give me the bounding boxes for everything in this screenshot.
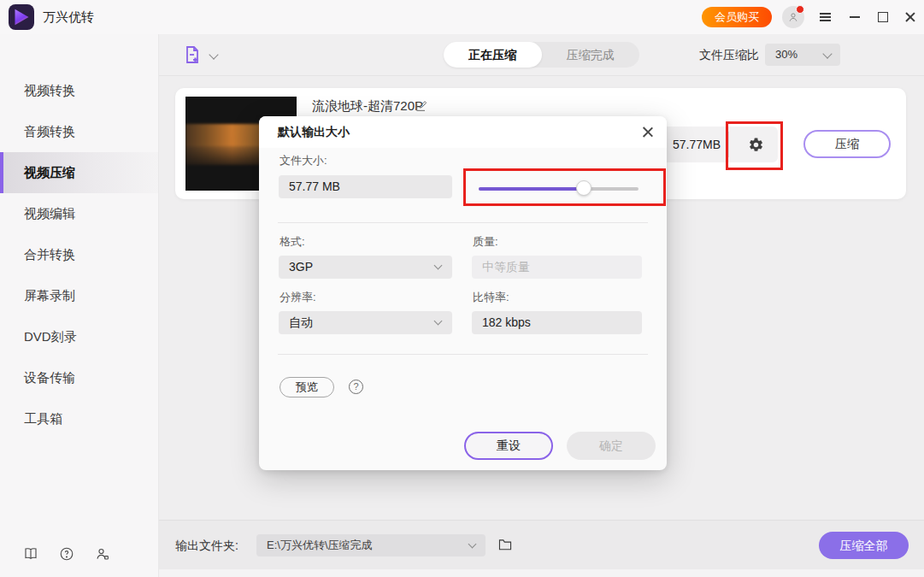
bitrate-label: 比特率: xyxy=(473,290,509,305)
question-help-icon[interactable] xyxy=(349,380,363,394)
output-size-value: 57.77MB xyxy=(673,127,721,162)
dialog-close-icon[interactable] xyxy=(642,127,653,138)
title-bar: 万兴优转 会员购买 xyxy=(0,0,924,35)
format-select[interactable]: 3GP xyxy=(279,256,452,279)
sidebar: 视频转换 音频转换 视频压缩 视频编辑 合并转换 屏幕录制 DVD刻录 设备传输… xyxy=(0,34,159,577)
divider xyxy=(278,222,648,223)
compress-tabs: 正在压缩 压缩完成 xyxy=(444,42,639,68)
sidebar-item-screen-record[interactable]: 屏幕录制 xyxy=(0,275,158,316)
sidebar-footer xyxy=(0,534,158,577)
dialog-header: 默认输出大小 xyxy=(259,116,667,148)
maximize-icon[interactable] xyxy=(870,0,896,34)
resolution-select[interactable]: 自动 xyxy=(279,311,452,334)
resolution-label: 分辨率: xyxy=(280,290,316,305)
sidebar-item-audio-convert[interactable]: 音频转换 xyxy=(0,111,158,152)
quality-label: 质量: xyxy=(473,234,498,250)
chevron-down-icon xyxy=(468,540,477,549)
sidebar-item-video-edit[interactable]: 视频编辑 xyxy=(0,193,158,234)
compress-ratio-label: 文件压缩比 xyxy=(699,34,759,75)
output-folder-label: 输出文件夹: xyxy=(175,521,238,570)
divider xyxy=(278,354,648,355)
add-file-chevron-icon[interactable] xyxy=(209,50,218,59)
add-file-icon[interactable] xyxy=(182,44,203,65)
help-icon[interactable] xyxy=(59,546,74,565)
open-folder-icon[interactable] xyxy=(497,538,513,555)
community-icon[interactable] xyxy=(95,546,110,565)
size-slider-fill xyxy=(479,187,584,191)
slider-annotation-box xyxy=(463,168,666,206)
app-title: 万兴优转 xyxy=(43,0,94,34)
sidebar-item-video-compress[interactable]: 视频压缩 xyxy=(0,152,158,193)
bitrate-field[interactable]: 182 kbps xyxy=(472,311,642,334)
minimize-icon[interactable] xyxy=(842,0,868,34)
sidebar-item-dvd-burn[interactable]: DVD刻录 xyxy=(0,316,158,357)
gear-annotation-box xyxy=(726,121,783,170)
quality-field: 中等质量 xyxy=(472,256,642,279)
app-window: 万兴优转 会员购买 视频转换 音频转换 视频压缩 视频编辑 合并转换 屏幕录制 … xyxy=(0,0,924,577)
compress-all-button[interactable]: 压缩全部 xyxy=(819,532,909,559)
file-size-value: 57.77 MB xyxy=(279,175,452,198)
format-label: 格式: xyxy=(280,234,305,250)
notification-dot-icon xyxy=(796,5,804,14)
footer-strip xyxy=(159,569,924,577)
chevron-down-icon xyxy=(434,262,443,270)
size-slider-thumb[interactable] xyxy=(576,180,591,196)
size-slider[interactable] xyxy=(479,187,639,191)
guide-book-icon[interactable] xyxy=(23,546,38,565)
chevron-down-icon xyxy=(822,49,832,58)
chevron-down-icon xyxy=(434,317,443,326)
reset-button[interactable]: 重设 xyxy=(464,432,553,460)
menu-icon[interactable] xyxy=(812,0,838,34)
compress-button[interactable]: 压缩 xyxy=(803,130,891,158)
footer-bar: 输出文件夹: E:\万兴优转\压缩完成 压缩全部 xyxy=(159,520,924,570)
sidebar-item-video-convert[interactable]: 视频转换 xyxy=(0,70,158,111)
sidebar-item-merge-convert[interactable]: 合并转换 xyxy=(0,234,158,275)
app-logo-icon xyxy=(9,4,34,30)
compress-ratio-select[interactable]: 30% xyxy=(765,44,840,66)
tab-compressing[interactable]: 正在压缩 xyxy=(444,42,542,68)
output-folder-select[interactable]: E:\万兴优转\压缩完成 xyxy=(256,534,486,556)
file-size-label: 文件大小: xyxy=(280,153,327,168)
close-window-icon[interactable] xyxy=(898,0,923,34)
preview-button[interactable]: 预览 xyxy=(280,377,334,397)
content-toolbar: 正在压缩 压缩完成 文件压缩比 30% xyxy=(159,34,924,76)
tab-compressed[interactable]: 压缩完成 xyxy=(542,42,640,68)
file-title: 流浪地球-超清720P xyxy=(312,98,423,115)
confirm-button-disabled: 确定 xyxy=(567,432,656,460)
rename-edit-icon[interactable] xyxy=(415,99,428,116)
sidebar-item-toolbox[interactable]: 工具箱 xyxy=(0,398,158,439)
dialog-title: 默认输出大小 xyxy=(278,116,350,148)
sidebar-item-device-transfer[interactable]: 设备传输 xyxy=(0,357,158,398)
user-avatar[interactable] xyxy=(782,6,804,28)
default-output-size-dialog: 默认输出大小 文件大小: 57.77 MB 格式: 3GP 质量: 中等质量 分… xyxy=(259,116,667,470)
membership-buy-button[interactable]: 会员购买 xyxy=(702,7,772,27)
